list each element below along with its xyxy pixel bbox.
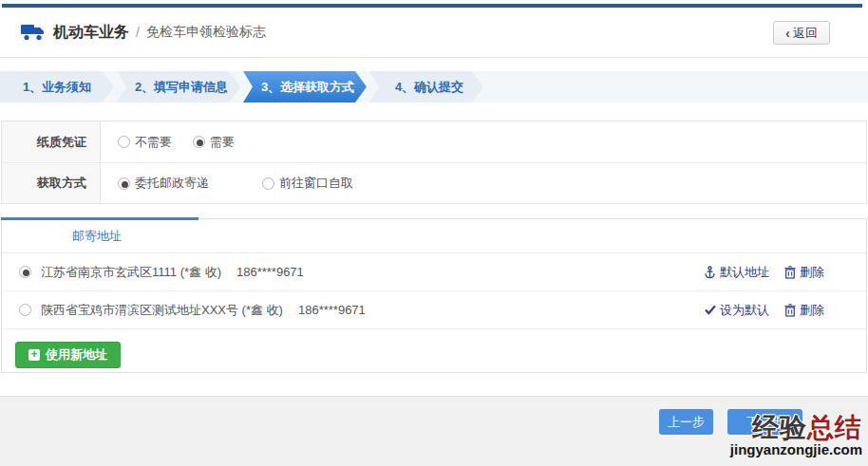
paper-voucher-label: 纸质凭证 [2,121,101,162]
address-radio-selected-icon[interactable] [19,266,31,278]
radio-unchecked-icon[interactable] [262,177,274,190]
page: 机动车业务 / 免检车申领检验标志 ‹ 返回 1、业务须知 2、填写申请信息 3… [0,0,868,466]
address-phone: 186****9671 [236,265,304,279]
address-row-2: 陕西省宝鸡市渭滨区测试地址XXX号 (*鑫 收) 186****9671 设为默… [2,291,866,329]
previous-step-button[interactable]: 上一步 [659,409,713,435]
page-header: 机动车业务 / 免检车申领检验标志 ‹ 返回 [0,8,868,58]
options-form: 纸质凭证 不需要 需要 获取方式 委托邮政寄递 [1,121,867,204]
anchor-icon [704,266,716,279]
tab-mailing-address[interactable]: 邮寄地址 [2,219,192,253]
chevron-left-icon: ‹ [785,26,790,41]
step-2-fill-info[interactable]: 2、填写申请信息 [117,71,240,103]
mailing-address-panel: 邮寄地址 江苏省南京市玄武区1111 (*鑫 收) 186****9671 默认… [1,218,867,373]
radio-option-no-need[interactable]: 不需要 [118,134,172,151]
breadcrumb-separator: / [136,25,140,40]
tab-active-indicator [1,217,198,220]
set-default-label: 设为默认 [720,302,769,319]
address-tab-row: 邮寄地址 [2,219,866,253]
radio-option-label[interactable]: 需要 [210,134,235,151]
step-wizard: 1、业务须知 2、填写申请信息 3、选择获取方式 4、确认提交 [0,71,868,103]
default-address-label: 默认地址 [720,264,769,281]
step-3-choose-method[interactable]: 3、选择获取方式 [243,71,367,103]
trash-icon [784,266,796,279]
address-row-1: 江苏省南京市玄武区1111 (*鑫 收) 186****9671 默认地址 [2,253,866,291]
next-step-button[interactable]: 下一步 [727,409,802,435]
check-icon [705,305,716,315]
footer-bar: 上一步 下一步 [0,396,868,466]
radio-option-postal-delivery[interactable]: 委托邮政寄递 [118,175,209,192]
address-text[interactable]: 江苏省南京市玄武区1111 (*鑫 收) [41,264,221,281]
step-4-confirm-submit[interactable]: 4、确认提交 [369,71,483,103]
radio-option-label[interactable]: 前往窗口自取 [279,175,353,192]
address-text[interactable]: 陕西省宝鸡市渭滨区测试地址XXX号 (*鑫 收) [41,302,283,319]
radio-option-window-pickup[interactable]: 前往窗口自取 [262,175,353,192]
trash-icon [784,304,796,317]
delete-address-link[interactable]: 删除 [784,264,824,281]
back-button-label: 返回 [793,25,818,42]
step-1-notice[interactable]: 1、业务须知 [0,71,114,103]
radio-option-label[interactable]: 不需要 [135,134,172,151]
use-new-address-label: 使用新地址 [46,346,107,363]
address-radio-unselected-icon[interactable] [19,304,31,316]
form-row-obtain-method: 获取方式 委托邮政寄递 前往窗口自取 [2,162,866,203]
form-row-paper-voucher: 纸质凭证 不需要 需要 [2,121,866,162]
plus-icon: + [28,349,40,361]
radio-checked-icon[interactable] [193,136,205,148]
radio-option-need[interactable]: 需要 [193,134,235,151]
default-address-link[interactable]: 默认地址 [704,264,769,281]
truck-icon [21,23,46,42]
delete-address-label: 删除 [800,264,824,281]
address-phone: 186****9671 [298,303,366,317]
breadcrumb: 免检车申领检验标志 [146,24,266,41]
set-default-link[interactable]: 设为默认 [705,302,769,319]
page-title: 机动车业务 [53,23,129,43]
radio-unchecked-icon[interactable] [118,136,130,148]
delete-address-link[interactable]: 删除 [784,302,824,319]
use-new-address-button[interactable]: + 使用新地址 [15,342,121,368]
delete-address-label: 删除 [800,302,824,319]
radio-option-label[interactable]: 委托邮政寄递 [135,175,209,192]
obtain-method-label: 获取方式 [2,163,101,203]
radio-checked-icon[interactable] [118,177,130,190]
back-button[interactable]: ‹ 返回 [773,21,830,45]
